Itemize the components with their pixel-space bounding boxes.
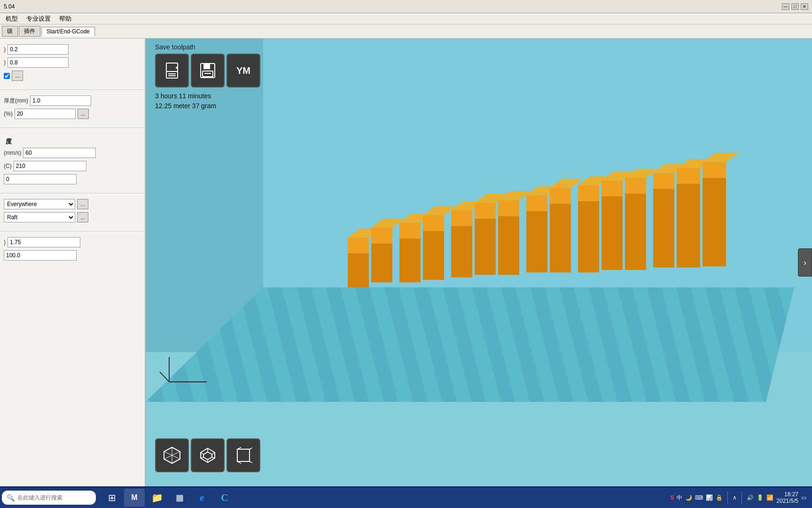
taskbar-icon-chevron[interactable]: ∧ xyxy=(733,494,737,501)
tab-plugins[interactable]: 插件 xyxy=(19,26,40,37)
view-btn-3[interactable] xyxy=(226,438,260,472)
taskbar-icon-desktop[interactable]: ▭ xyxy=(801,494,806,501)
search-icon: 🔍 xyxy=(7,494,15,501)
svg-rect-7 xyxy=(348,253,369,287)
filament-label: ) xyxy=(4,239,6,246)
support-row: Everywhere Touching Build Plate None ... xyxy=(4,199,141,209)
save-button[interactable] xyxy=(191,54,225,87)
svg-rect-47 xyxy=(677,168,700,184)
speed-section: 度 (mm/s) (C) xyxy=(0,132,145,189)
dots-button-4[interactable]: ... xyxy=(77,212,88,222)
dots-button-1[interactable]: ... xyxy=(12,71,23,81)
view-btn-1[interactable] xyxy=(155,438,189,472)
taskbar-icon-s: S xyxy=(670,494,674,501)
taskbar-icon-battery: 🔋 xyxy=(757,494,764,501)
taskbar-icon-sound: 🔊 xyxy=(747,494,754,501)
svg-rect-10 xyxy=(371,243,392,283)
divider-1 xyxy=(0,89,145,90)
right-collapse-button[interactable]: › xyxy=(798,248,812,277)
toolpath-buttons: YM xyxy=(155,54,260,87)
checkbox-row: ... xyxy=(4,71,141,81)
svg-rect-35 xyxy=(578,185,599,201)
svg-rect-61 xyxy=(203,64,210,69)
left-panel: ) ) ... 厚度(mm) (%) ... xyxy=(0,39,146,486)
svg-rect-50 xyxy=(703,162,726,178)
tab-level[interactable]: 级 xyxy=(2,26,18,37)
time-info: 3 hours 11 minutes xyxy=(155,91,216,101)
speed-input[interactable] xyxy=(23,148,96,158)
svg-line-78 xyxy=(250,447,252,449)
viewport: Save toolpath xyxy=(146,39,812,486)
fill-density-input[interactable] xyxy=(15,109,76,119)
taskbar-divider xyxy=(727,491,728,504)
svg-rect-29 xyxy=(526,195,547,211)
speed-section-title: 度 xyxy=(4,137,141,146)
temp-input[interactable] xyxy=(14,161,86,171)
menu-bar: 机型 专业设置 帮助 xyxy=(0,13,812,24)
flow-input[interactable] xyxy=(4,250,77,261)
ym-button[interactable]: YM xyxy=(226,54,260,87)
title-text: 5.04 xyxy=(4,3,15,10)
taskbar-clock: 18:27 2021/5/5 xyxy=(776,491,798,504)
taskbar-app-mi[interactable]: M xyxy=(124,489,145,507)
svg-rect-43 xyxy=(653,188,674,267)
view-btn-2[interactable] xyxy=(191,438,225,472)
dots-button-3[interactable]: ... xyxy=(77,199,88,209)
taskbar-app-files[interactable]: 📁 xyxy=(147,489,167,507)
svg-rect-63 xyxy=(204,73,211,74)
taskbar-icon-network: 🔒 xyxy=(716,494,723,501)
svg-rect-28 xyxy=(526,210,547,272)
field-row-1: ) xyxy=(4,44,141,55)
extra-input[interactable] xyxy=(4,174,77,184)
flow-row xyxy=(4,250,141,261)
minimize-button[interactable]: — xyxy=(782,3,789,10)
svg-rect-16 xyxy=(423,230,444,280)
taskbar-divider-2 xyxy=(742,491,742,504)
svg-rect-44 xyxy=(653,173,674,189)
field-label-2: ) xyxy=(4,59,6,66)
taskbar-app-ie[interactable]: e xyxy=(192,489,212,507)
field-input-1[interactable] xyxy=(8,44,69,55)
title-bar: 5.04 — □ ✕ xyxy=(0,0,812,13)
menu-item-machine[interactable]: 机型 xyxy=(2,14,22,24)
close-button[interactable]: ✕ xyxy=(801,3,808,10)
svg-rect-76 xyxy=(237,449,250,461)
clock-time: 18:27 xyxy=(776,491,798,498)
speed-row: (mm/s) xyxy=(4,148,141,158)
filament-section: ) xyxy=(0,235,145,265)
svg-line-54 xyxy=(160,372,169,382)
taskbar-icon-moon: 🌙 xyxy=(685,494,692,501)
filament-input[interactable] xyxy=(8,237,80,247)
layer-thickness-input[interactable] xyxy=(30,95,91,106)
main-content: ) ) ... 厚度(mm) (%) ... xyxy=(0,39,812,486)
maximize-button[interactable]: □ xyxy=(791,3,799,10)
taskbar-apps: ⊞ M 📁 ▦ e C xyxy=(102,489,235,507)
save-toolpath-label: Save toolpath xyxy=(155,43,195,51)
svg-rect-37 xyxy=(601,195,623,270)
menu-item-help[interactable]: 帮助 xyxy=(55,14,75,24)
svg-rect-34 xyxy=(578,200,599,272)
dots-button-2[interactable]: ... xyxy=(78,109,89,119)
fill-density-label: (%) xyxy=(4,111,13,117)
platform-dropdown[interactable]: Raft Brim None xyxy=(4,212,75,222)
field-row-2: ) xyxy=(4,57,141,68)
title-controls: — □ ✕ xyxy=(782,3,808,10)
taskbar-app-start[interactable]: ⊞ xyxy=(102,489,122,507)
field-input-2[interactable] xyxy=(8,57,69,68)
svg-rect-49 xyxy=(703,177,726,266)
tab-start-end-gcode[interactable]: Start/End-GCode xyxy=(41,27,95,36)
print-button[interactable] xyxy=(155,54,189,87)
taskbar-icon-wifi: 📶 xyxy=(766,494,773,501)
svg-rect-41 xyxy=(625,178,646,194)
taskbar-app-grid[interactable]: ▦ xyxy=(169,489,190,507)
layer-thickness-label: 厚度(mm) xyxy=(4,97,28,105)
taskbar-search[interactable]: 🔍 在此键入进行搜索 xyxy=(2,491,96,505)
svg-rect-38 xyxy=(601,180,623,196)
checkbox-field[interactable] xyxy=(4,73,10,79)
support-dropdown[interactable]: Everywhere Touching Build Plate None xyxy=(4,199,75,209)
svg-rect-11 xyxy=(371,228,392,244)
menu-item-settings[interactable]: 专业设置 xyxy=(23,14,55,24)
taskbar-app-c[interactable]: C xyxy=(214,489,235,507)
material-info: 12.25 meter 37 gram xyxy=(155,101,216,111)
svg-marker-69 xyxy=(203,452,212,460)
